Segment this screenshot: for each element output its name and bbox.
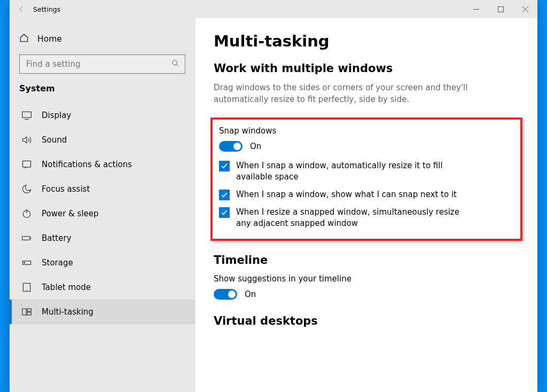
sidebar-item-sound[interactable]: Sound [10,128,195,152]
svg-rect-11 [22,237,30,240]
snap-resize-checkbox[interactable] [219,207,230,218]
sidebar-item-storage[interactable]: Storage [10,250,195,275]
notifications-icon [21,159,32,170]
section-heading: Timeline [214,254,519,266]
section-description: Drag windows to the sides or corners of … [214,82,519,106]
sound-icon [21,135,32,145]
sidebar-item-label: Multi-tasking [42,307,93,317]
sidebar-item-label: Focus assist [42,184,90,194]
sidebar-item-label: Display [42,111,71,120]
maximize-button[interactable] [488,0,513,18]
snap-suggest-label: When I snap a window, show what I can sn… [236,189,457,200]
svg-rect-19 [27,312,32,315]
sidebar-item-label: Storage [42,258,73,268]
sidebar: Home System Display Sound [10,18,196,392]
sidebar-item-label: Notifications & actions [42,160,132,169]
search-input[interactable] [25,59,171,69]
sidebar-item-notifications[interactable]: Notifications & actions [10,152,195,177]
home-label: Home [37,34,62,44]
svg-rect-8 [23,161,31,167]
sidebar-item-tablet-mode[interactable]: Tablet mode [10,275,195,300]
display-icon [21,110,32,121]
storage-icon [21,257,32,268]
search-icon [171,59,179,69]
power-icon [21,208,32,219]
sidebar-category: System [10,83,195,103]
sidebar-item-display[interactable]: Display [10,103,195,128]
svg-point-4 [173,60,177,65]
snap-fill-checkbox[interactable] [219,161,230,171]
timeline-state: On [245,289,256,299]
sidebar-item-label: Battery [42,233,72,243]
multitasking-icon [21,307,32,317]
timeline-label: Show suggestions in your timeline [214,274,519,284]
home-icon [19,33,29,45]
sidebar-item-focus-assist[interactable]: Focus assist [10,177,195,201]
tablet-icon [21,282,32,293]
svg-rect-1 [498,6,503,12]
focus-icon [21,184,32,194]
window-title: Settings [33,5,60,13]
sidebar-item-battery[interactable]: Battery [10,226,195,250]
sidebar-item-multi-tasking[interactable]: Multi-tasking [10,300,195,324]
home-nav[interactable]: Home [10,28,195,54]
svg-point-14 [24,262,25,263]
search-input-container[interactable] [19,54,185,74]
settings-window: Settings Home Syste [10,0,537,392]
close-button[interactable] [513,0,537,18]
section-heading: Virtual desktops [214,315,519,327]
svg-rect-18 [27,309,32,311]
section-heading: Work with multiple windows [214,62,519,75]
sidebar-item-label: Power & sleep [42,209,99,218]
snap-settings-highlight: Snap windows On When I snap a window, au… [210,117,522,241]
snap-windows-label: Snap windows [219,126,514,136]
snap-windows-toggle[interactable] [219,141,243,152]
battery-icon [21,233,32,244]
snap-resize-label: When I resize a snapped window, simultan… [236,207,471,229]
sidebar-item-power-sleep[interactable]: Power & sleep [10,201,195,226]
svg-rect-17 [22,309,27,315]
sidebar-item-label: Tablet mode [42,283,91,292]
svg-rect-6 [22,112,32,117]
snap-windows-state: On [250,142,261,151]
sidebar-nav: Display Sound Notifications & actions Fo… [10,103,195,392]
snap-fill-label: When I snap a window, automatically resi… [236,160,471,183]
minimize-button[interactable] [464,0,488,18]
snap-suggest-checkbox[interactable] [219,190,230,200]
back-button[interactable] [10,0,33,18]
content-pane: Multi-tasking Work with multiple windows… [196,18,537,392]
timeline-toggle[interactable] [214,289,237,300]
titlebar: Settings [10,0,537,18]
sidebar-item-label: Sound [42,135,67,145]
svg-line-5 [176,64,178,66]
page-title: Multi-tasking [214,32,519,50]
